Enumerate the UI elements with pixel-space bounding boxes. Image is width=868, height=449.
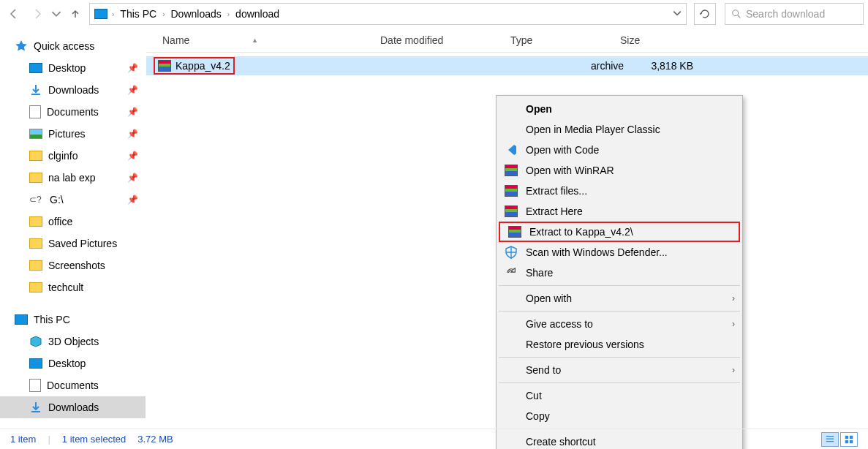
breadcrumb-seg-this-pc[interactable]: This PC: [118, 8, 158, 20]
ctx-open-code[interactable]: Open with Code: [497, 140, 742, 160]
ctx-extract-here[interactable]: Extract Here: [497, 201, 742, 222]
svg-point-0: [733, 10, 739, 16]
file-size-cell: 3,818 KB: [613, 60, 701, 72]
sidebar-item-g-drive[interactable]: ⊂?G:\📌: [0, 189, 146, 211]
file-type-cell: archive: [503, 60, 613, 72]
file-name: Kappa_v4.2: [176, 60, 230, 72]
pictures-icon: [29, 129, 42, 139]
chevron-right-icon: ›: [112, 10, 114, 18]
file-list-pane: ▲ Name Date modified Type Size Kappa_v4.…: [146, 28, 868, 420]
pin-icon: 📌: [127, 107, 138, 117]
refresh-button[interactable]: [694, 3, 716, 25]
pc-icon: [94, 9, 107, 19]
sidebar-item-office[interactable]: office: [0, 211, 146, 233]
sidebar-quick-access[interactable]: Quick access: [0, 35, 146, 57]
folder-icon: [29, 238, 42, 249]
separator: |: [48, 434, 50, 445]
view-toggle: [821, 432, 858, 447]
ctx-open-with[interactable]: Open with›: [497, 288, 742, 309]
column-name[interactable]: Name: [146, 34, 373, 46]
separator: [499, 285, 740, 286]
ctx-open-mpc[interactable]: Open in Media Player Classic: [497, 119, 742, 140]
sidebar-this-pc[interactable]: This PC: [0, 309, 146, 331]
sidebar-item-downloads[interactable]: Downloads📌: [0, 79, 146, 101]
ctx-give-access[interactable]: Give access to›: [497, 314, 742, 334]
address-history-dropdown[interactable]: [673, 9, 682, 19]
pin-icon: 📌: [127, 151, 138, 161]
desktop-icon: [29, 63, 42, 73]
ctx-share[interactable]: Share: [497, 263, 742, 283]
sidebar-item-techcult[interactable]: techcult: [0, 276, 146, 298]
sidebar-item-desktop-pc[interactable]: Desktop: [0, 352, 146, 374]
svg-rect-3: [845, 439, 848, 442]
sidebar-item-pictures[interactable]: Pictures📌: [0, 123, 146, 145]
sidebar-item-downloads-pc[interactable]: Downloads: [0, 396, 146, 418]
sidebar-item-desktop[interactable]: Desktop📌: [0, 57, 146, 79]
address-bar-row: › This PC › Downloads › download Search …: [0, 0, 868, 28]
share-icon: [505, 267, 517, 279]
thumbnails-view-button[interactable]: [840, 432, 858, 447]
file-row[interactable]: Kappa_v4.2 archive 3,818 KB: [146, 56, 868, 75]
pc-icon: [15, 314, 28, 325]
desktop-icon: [29, 358, 42, 369]
ctx-extract-to[interactable]: Extract to Kappa_v4.2\: [499, 222, 740, 242]
sidebar-item-clginfo[interactable]: clginfo📌: [0, 145, 146, 167]
sidebar-item-3d-objects[interactable]: 3D Objects: [0, 331, 146, 352]
separator: [499, 382, 740, 383]
ctx-scan-defender[interactable]: Scan with Windows Defender...: [497, 242, 742, 263]
separator: [499, 357, 740, 358]
pin-icon: 📌: [127, 63, 138, 73]
status-bar: 1 item | 1 item selected 3.72 MB: [0, 429, 868, 449]
address-bar[interactable]: › This PC › Downloads › download: [89, 3, 687, 25]
folder-icon: [29, 260, 42, 271]
ctx-open-winrar[interactable]: Open with WinRAR: [497, 160, 742, 181]
folder-icon: [29, 151, 42, 161]
folder-icon: [29, 216, 42, 227]
pin-icon: 📌: [127, 85, 138, 95]
svg-rect-2: [850, 435, 853, 438]
chevron-right-icon: ›: [227, 10, 230, 18]
nav-up-button[interactable]: [66, 4, 85, 23]
column-size[interactable]: Size: [613, 34, 701, 46]
column-headers-row[interactable]: Name Date modified Type Size: [146, 28, 868, 53]
sidebar-item-documents-pc[interactable]: Documents: [0, 374, 146, 396]
svg-rect-4: [850, 439, 853, 442]
status-selected-size: 3.72 MB: [137, 434, 173, 445]
ctx-cut[interactable]: Cut: [497, 385, 742, 406]
pin-icon: 📌: [127, 173, 138, 183]
column-date-modified[interactable]: Date modified: [373, 34, 503, 46]
document-icon: [29, 105, 41, 118]
nav-recent-dropdown[interactable]: [51, 4, 61, 23]
download-icon: [29, 83, 42, 97]
ctx-send-to[interactable]: Send to›: [497, 360, 742, 380]
breadcrumb-seg-download[interactable]: download: [234, 8, 281, 20]
star-icon: [15, 39, 28, 53]
drive-icon: ⊂?: [29, 195, 44, 205]
ctx-copy[interactable]: Copy: [497, 406, 742, 426]
search-box[interactable]: Search download: [725, 3, 864, 25]
search-placeholder: Search download: [746, 8, 825, 20]
ctx-restore-versions[interactable]: Restore previous versions: [497, 334, 742, 355]
document-icon: [29, 379, 41, 392]
breadcrumb-seg-downloads[interactable]: Downloads: [169, 8, 222, 20]
ctx-open[interactable]: Open: [497, 99, 742, 119]
nav-back-button[interactable]: [4, 4, 23, 23]
winrar-icon: [508, 226, 521, 238]
winrar-icon: [505, 165, 518, 176]
folder-icon: [29, 173, 42, 183]
vscode-icon: [505, 143, 518, 156]
chevron-right-icon: ›: [732, 319, 735, 329]
sidebar-item-saved-pictures[interactable]: Saved Pictures: [0, 233, 146, 254]
sidebar-item-screenshots[interactable]: Screenshots: [0, 254, 146, 276]
details-view-button[interactable]: [821, 432, 839, 447]
winrar-archive-icon: [158, 60, 171, 72]
sidebar-item-documents[interactable]: Documents📌: [0, 101, 146, 123]
ctx-extract-files[interactable]: Extract files...: [497, 181, 742, 201]
column-type[interactable]: Type: [503, 34, 613, 46]
folder-icon: [29, 282, 42, 293]
navigation-pane[interactable]: Quick access Desktop📌 Downloads📌 Documen…: [0, 28, 146, 420]
winrar-icon: [505, 185, 518, 197]
nav-forward-button[interactable]: [28, 4, 47, 23]
file-name-cell[interactable]: Kappa_v4.2: [146, 57, 373, 75]
sidebar-item-na-lab-exp[interactable]: na lab exp📌: [0, 167, 146, 189]
